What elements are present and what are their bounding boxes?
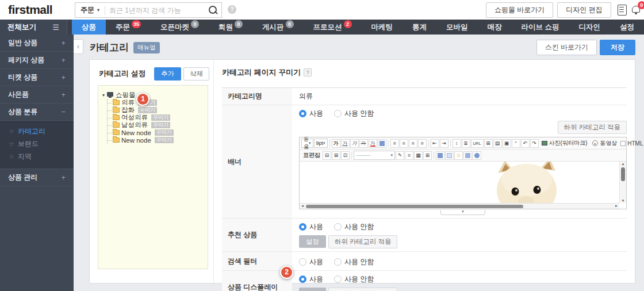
editor-resize-handle[interactable]: ▼ (440, 210, 485, 215)
recommend-use-radio[interactable] (299, 223, 306, 231)
highlight-color-button[interactable] (378, 139, 386, 148)
image-button[interactable]: ▣ (503, 139, 511, 148)
cell-border-button[interactable]: ⊞ (423, 151, 432, 160)
sidebar-item-gifts[interactable]: 사은품+ (0, 86, 74, 104)
split-cell-button[interactable]: ⊡ (341, 151, 350, 160)
align-right-button[interactable]: ≡ (409, 139, 417, 148)
recommend-apply-sub-button[interactable]: 하위 카테고리 적용 (328, 235, 397, 248)
search-input[interactable] (105, 6, 206, 14)
recommend-not-use-radio[interactable] (334, 223, 342, 231)
hamburger-icon[interactable]: ☰ (52, 24, 59, 31)
design-edit-button[interactable]: 디자인 편집 (557, 2, 611, 18)
nav-item-products[interactable]: 상품 (72, 20, 106, 35)
sidebar-collapse-button[interactable]: ‹ (74, 39, 83, 54)
sidebar-item-product-classification[interactable]: 상품 분류− (0, 104, 74, 121)
insert-line-button[interactable]: ≡ (405, 151, 413, 160)
decorate-chip[interactable]: 꾸미기 (151, 122, 170, 128)
table-button[interactable]: ⊞ (484, 139, 493, 148)
star-icon[interactable]: ☆ (9, 140, 14, 148)
line-style-select[interactable]: ———▾ (354, 151, 395, 160)
add-button[interactable]: 추가 (154, 67, 181, 81)
nav-item-design[interactable]: 디자인 (569, 20, 611, 35)
nav-item-promotion[interactable]: 프로모션2 (304, 20, 362, 35)
nav-item-store[interactable]: 매장 (478, 20, 512, 35)
tree-node-men[interactable]: 남성의류꾸미기 (108, 121, 204, 129)
quote-button[interactable]: “ (512, 139, 520, 148)
nav-item-marketing[interactable]: 마케팅 (362, 20, 403, 35)
line-color-button[interactable]: ✎ (396, 151, 404, 160)
skin-shortcut-button[interactable]: 스킨 바로가기 (536, 40, 597, 55)
font-color-button[interactable]: 가 (369, 139, 377, 148)
tree-node-new2[interactable]: New node꾸미기 (108, 136, 204, 144)
display-not-use-radio[interactable] (334, 275, 342, 283)
photo-watermark-button[interactable]: 사진(워터마크) (539, 139, 590, 148)
delete-button[interactable]: 삭제 (183, 67, 209, 81)
underline-button[interactable]: 가 (341, 139, 350, 148)
banner-apply-sub-button[interactable]: 하위 카테고리 적용 (558, 121, 627, 134)
font-size-select[interactable]: 9pt▾ (314, 139, 328, 148)
editor-horizontal-scrollbar[interactable]: ◄ ► (300, 203, 619, 209)
redo-button[interactable]: ↷ (530, 139, 539, 148)
manual-badge[interactable]: 매뉴얼 (133, 42, 160, 53)
tree-node-new1[interactable]: New node꾸미기 (108, 129, 204, 136)
emoticon-button[interactable]: ☺ (454, 151, 463, 160)
sidebar-item-product-management[interactable]: 상품 관리+ (0, 169, 74, 186)
italic-button[interactable]: 가 (350, 139, 359, 148)
sidebar-item-ticket-products[interactable]: 티켓 상품+ (0, 69, 74, 86)
shop-shortcut-button[interactable]: 쇼핑몰 바로가기 (486, 2, 553, 18)
help-icon[interactable]: ? (228, 5, 236, 14)
filter-use-radio[interactable] (299, 258, 306, 266)
url-button[interactable]: URL (471, 139, 484, 148)
search-icon[interactable] (206, 4, 219, 17)
tree-root-shop[interactable]: ▾ 쇼핑몰 (102, 91, 204, 99)
horizontal-scroll-thumb[interactable] (306, 205, 523, 208)
list-button[interactable]: ≣ (462, 139, 470, 148)
star-icon[interactable]: ☆ (9, 153, 14, 160)
editor-content[interactable]: ▲ ▼ ◄ ► (300, 162, 626, 209)
nav-item-board[interactable]: 게시판0 (252, 20, 304, 35)
nav-item-liveshopping[interactable]: 라이브 쇼핑 (512, 20, 569, 35)
table-bg-color-button[interactable] (445, 151, 454, 160)
display-apply-sub-button[interactable]: 하위 카테고리 적용 (328, 288, 397, 291)
align-left-button[interactable]: ≡ (390, 139, 399, 148)
save-button[interactable]: 저장 (600, 40, 635, 55)
scroll-right-icon[interactable]: ► (615, 204, 618, 208)
strikethrough-button[interactable]: 가 (359, 139, 368, 148)
decorate-chip[interactable]: 꾸미기 (151, 114, 170, 121)
search-scope-select[interactable]: 주문 ▾ (75, 5, 105, 15)
align-center-button[interactable]: ≡ (400, 139, 408, 148)
cell-grid-button[interactable]: ▦ (414, 151, 423, 160)
sidebar-item-general-products[interactable]: 일반 상품+ (0, 35, 74, 52)
sidebar-item-category[interactable]: ☆카테고리 (0, 125, 74, 137)
undo-button[interactable]: ↶ (521, 139, 530, 148)
document-icon[interactable] (618, 5, 627, 16)
banner-use-radio[interactable] (299, 110, 306, 117)
editor-vertical-scrollbar[interactable]: ▲ ▼ (619, 162, 626, 203)
nav-item-members[interactable]: 회원0 (209, 20, 252, 35)
scroll-left-icon[interactable]: ◄ (301, 204, 304, 208)
cell-bg-color-button[interactable] (436, 151, 444, 160)
html-mode-checkbox[interactable]: HTML (620, 140, 643, 147)
decorate-chip[interactable]: 꾸미기 (155, 129, 174, 136)
help-icon[interactable]: ? (304, 68, 312, 76)
star-icon[interactable]: ☆ (9, 128, 14, 135)
decorate-chip[interactable]: 꾸미기 (138, 107, 157, 113)
vertical-scroll-thumb[interactable] (621, 167, 625, 181)
nav-item-settings[interactable]: 설정 (610, 20, 644, 35)
sidebar-item-region[interactable]: ☆지역 (0, 150, 74, 163)
quick-insert-button[interactable] (473, 151, 481, 160)
video-button[interactable]: ▸동영상 (590, 139, 619, 148)
recommend-set-button[interactable]: 설정 (299, 235, 326, 248)
nav-item-orders[interactable]: 주문35 (106, 20, 151, 35)
banner-not-use-radio[interactable] (334, 110, 342, 117)
merge-row-button[interactable]: ⊟ (323, 151, 331, 160)
nav-item-openmarket[interactable]: 오픈마켓0 (151, 20, 209, 35)
horizontal-rule-button[interactable]: ▤ (493, 139, 502, 148)
nav-item-mobile[interactable]: 모바일 (436, 20, 478, 35)
outdent-button[interactable]: ⇤ (431, 139, 439, 148)
sidebar-header[interactable]: 전체보기 ☰ (0, 20, 67, 35)
filter-not-use-radio[interactable] (334, 258, 342, 266)
display-use-radio[interactable] (299, 275, 306, 283)
tree-expand-icon[interactable]: ▾ (102, 93, 105, 98)
bold-button[interactable]: 가 (332, 139, 340, 148)
